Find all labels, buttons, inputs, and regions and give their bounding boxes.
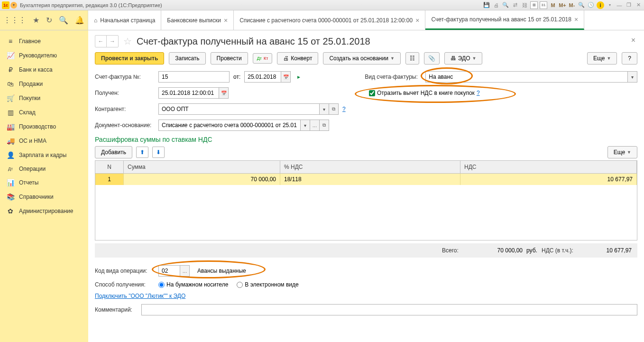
sidebar: ≡Главное 📈Руководителю ₽Банк и касса 🛍Пр… [0,30,88,342]
close-button[interactable]: × [631,36,635,45]
electronic-radio[interactable]: В электронном виде [237,281,298,288]
connect-edo-link[interactable]: Подключить "ООО "Лютик"" к ЭДО [95,293,185,299]
tab-close-icon[interactable]: × [224,17,228,24]
tab-writeoff[interactable]: Списание с расчетного счета 0000-000001 … [234,10,425,30]
save-button[interactable]: Записать [169,52,205,65]
sidebar-item-operations[interactable]: ДтОперации [0,162,88,176]
book-icon: 📚 [7,193,14,201]
move-up-button[interactable]: ⬆ [136,147,148,158]
content: × ← → ☆ Счет-фактура полученный на аванс… [88,30,644,342]
create-based-button[interactable]: Создать на основании▼ [323,52,400,65]
dropdown-icon[interactable]: ▾ [320,103,329,115]
post-and-close-button[interactable]: Провести и закрыть [95,52,164,65]
memory-m[interactable]: M [549,1,557,9]
back-button[interactable]: ← [95,36,107,47]
sidebar-item-references[interactable]: 📚Справочники [0,190,88,204]
search-icon[interactable]: 🔍 [59,16,68,25]
factory-icon: 🏭 [7,123,14,130]
tab-close-icon[interactable]: × [574,16,578,23]
op-code-input[interactable] [158,265,180,277]
favorite-icon[interactable]: ★ [33,16,39,25]
add-row-button[interactable]: Добавить [95,146,132,158]
post-button[interactable]: Провести [211,52,248,65]
currency: руб. [523,247,542,254]
basis-input[interactable] [158,120,301,131]
sidebar-item-warehouse[interactable]: ▥Склад [0,105,88,120]
compare-icon[interactable]: ⇄ [511,1,519,9]
tab-close-icon[interactable]: × [415,17,419,24]
comment-input[interactable] [141,304,637,315]
table-icon[interactable]: ⊞ [530,1,538,9]
sidebar-item-sales[interactable]: 🛍Продажи [0,77,88,91]
zoom-icon[interactable]: 🔍 [578,1,585,9]
close-window-icon[interactable]: ✕ [635,1,642,9]
paper-radio[interactable]: На бумажном носителе [158,281,228,288]
person-icon: 👤 [7,151,14,159]
bag-icon: 🛍 [7,80,14,88]
received-input[interactable] [158,87,219,99]
select-icon[interactable]: … [180,265,190,277]
info-icon[interactable]: i [597,1,604,9]
link-icon[interactable]: ⛓ [521,1,528,9]
col-nds: НДС [460,161,637,173]
reflect-vat-input[interactable] [369,90,375,96]
bell-icon[interactable]: 🔔 [75,16,84,25]
dropdown-icon[interactable]: ▾ [301,120,310,131]
basis-label: Документ-основание: [95,122,155,129]
cell-n: 1 [95,174,124,185]
calendar-picker-icon[interactable]: 📅 [281,71,291,83]
debit-credit-icon: Дт [7,166,14,171]
sidebar-item-reports[interactable]: 📊Отчеты [0,176,88,190]
sidebar-item-salary[interactable]: 👤Зарплата и кадры [0,148,88,162]
cell-vat: 18/118 [280,174,460,185]
print-icon[interactable]: 🖨 [492,1,500,9]
attach-button[interactable]: 📎 [424,52,440,65]
clock-icon[interactable]: 🕓 [587,1,595,9]
open-icon[interactable]: ⧉ [329,103,339,115]
structure-button[interactable]: ☷ [405,52,419,65]
app-menu-dropdown[interactable]: ▼ [10,2,17,9]
sidebar-item-main[interactable]: ≡Главное [0,34,88,48]
open-icon[interactable]: ⧉ [320,120,329,131]
preview-icon[interactable]: 🔍 [502,1,509,9]
restore-icon[interactable]: ❐ [625,1,633,9]
tab-home[interactable]: ⌂Начальная страница [88,10,161,30]
favorite-star-icon[interactable]: ☆ [123,36,132,47]
select-icon[interactable]: … [310,120,320,131]
dt-kt-button[interactable]: ДтКт [253,53,273,64]
forward-button[interactable]: → [107,36,118,47]
sidebar-item-manager[interactable]: 📈Руководителю [0,48,88,63]
sidebar-item-bank[interactable]: ₽Банк и касса [0,63,88,77]
help-button[interactable]: ? [622,52,637,65]
tab-bank-statements[interactable]: Банковские выписки× [161,10,234,30]
history-icon[interactable]: ↻ [46,16,52,25]
sidebar-item-purchases[interactable]: 🛒Покупки [0,91,88,105]
edo-button[interactable]: 🖷ЭДО▼ [444,52,483,65]
memory-m-plus[interactable]: M+ [559,1,566,9]
save-icon[interactable]: 💾 [483,1,490,9]
number-input[interactable] [158,71,230,83]
move-down-button[interactable]: ⬇ [152,147,165,158]
help-link[interactable]: ? [342,106,346,112]
sidebar-item-admin[interactable]: ✿Администрирование [0,204,88,218]
more-button[interactable]: Еще▼ [607,146,637,158]
memory-m-minus[interactable]: M- [568,1,576,9]
sidebar-item-production[interactable]: 🏭Производство [0,120,88,134]
apps-icon[interactable]: ⋮⋮⋮ [3,16,26,25]
convert-button[interactable]: 🖨Конверт [277,52,318,65]
sidebar-item-assets[interactable]: 🚚ОС и НМА [0,134,88,148]
calendar-icon[interactable]: 31 [540,1,547,9]
more-button[interactable]: Еще▼ [587,52,617,65]
minimize-icon[interactable]: — [616,1,623,9]
tab-invoice[interactable]: Счет-фактура полученный на аванс 15 от 2… [425,10,584,30]
help-link[interactable]: ? [477,90,480,96]
reflect-vat-checkbox[interactable]: Отразить вычет НДС в книге покупок ? [369,90,480,96]
dropdown-icon[interactable]: ▾ [628,71,637,83]
menu-icon: ≡ [7,37,14,45]
counterparty-input[interactable] [158,103,320,115]
date-input[interactable] [244,71,281,83]
grid-row[interactable]: 1 70 000,00 18/118 10 677,97 [95,174,637,185]
calendar-picker-icon[interactable]: 📅 [219,87,229,99]
info-caret[interactable]: ▾ [606,1,614,9]
invoice-type-input[interactable] [425,71,628,83]
